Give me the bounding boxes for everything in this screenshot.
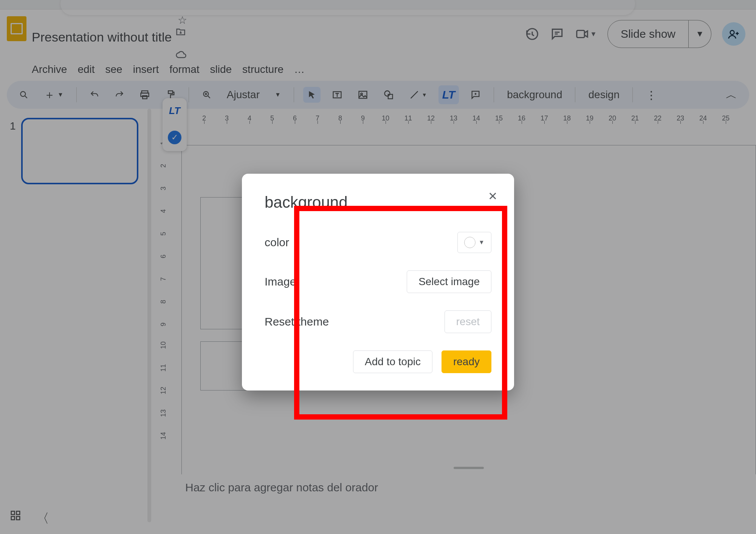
reset-theme-label: Reset theme — [265, 315, 329, 328]
ready-button[interactable]: ready — [442, 350, 491, 373]
chevron-down-icon: ▼ — [479, 239, 485, 246]
dialog-title: background — [265, 193, 491, 211]
add-to-topic-button[interactable]: Add to topic — [353, 350, 432, 373]
background-dialog: background ✕ color ▼ Image Select image … — [242, 174, 514, 390]
color-swatch-icon — [464, 237, 476, 248]
reset-button: reset — [445, 310, 491, 333]
image-label: Image — [265, 275, 296, 288]
select-image-button[interactable]: Select image — [407, 270, 491, 293]
color-dropdown[interactable]: ▼ — [457, 232, 491, 253]
color-label: color — [265, 236, 289, 249]
close-icon[interactable]: ✕ — [488, 190, 497, 203]
